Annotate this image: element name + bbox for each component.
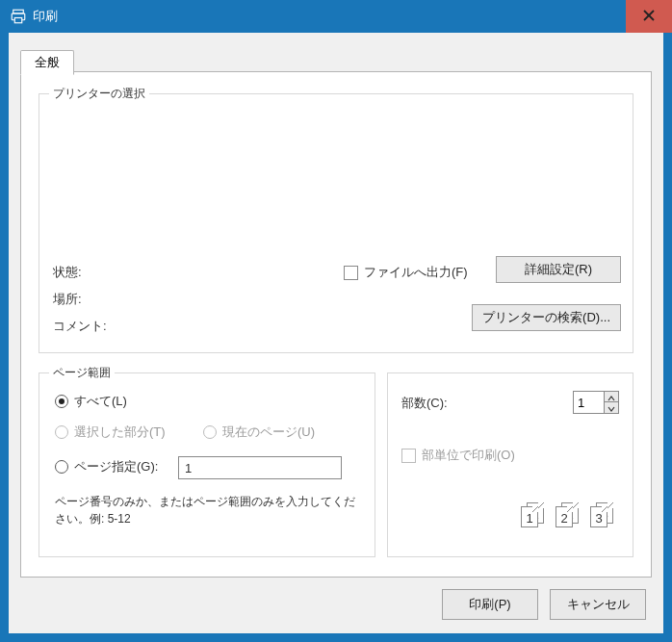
close-button[interactable] <box>626 0 672 33</box>
collate-page-icon: 2 <box>556 506 573 527</box>
collate-illustration: 1 1 2 2 3 3 <box>521 506 617 529</box>
group-page-range-legend: ページ範囲 <box>49 365 115 381</box>
tab-general-label: 全般 <box>35 55 60 69</box>
copies-label: 部数(C): <box>401 395 448 412</box>
details-button[interactable]: 詳細設定(R) <box>496 256 621 283</box>
print-button[interactable]: 印刷(P) <box>442 589 538 620</box>
copies-spinner <box>573 391 619 414</box>
print-to-file-checkbox[interactable] <box>344 266 358 280</box>
group-printer-selection: プリンターの選択 状態: 場所: コメント: ファイルへ出力(F) 詳細設定(R… <box>39 93 633 353</box>
radio-selection-row: 選択した部分(T) <box>55 424 166 441</box>
collate-label: 部単位で印刷(O) <box>422 447 515 464</box>
printer-icon <box>10 8 27 25</box>
radio-specify-row: ページ指定(G): <box>55 458 158 475</box>
collate-pair-3: 3 3 <box>590 506 617 529</box>
copies-spin-buttons <box>604 391 619 414</box>
comment-label: コメント: <box>53 318 107 335</box>
dialog-buttons: 印刷(P) キャンセル <box>442 589 646 620</box>
group-printer-legend: プリンターの選択 <box>49 86 149 102</box>
copies-row: 部数(C): <box>401 395 448 412</box>
details-row: 詳細設定(R) <box>496 256 621 283</box>
tab-panel: プリンターの選択 状態: 場所: コメント: ファイルへ出力(F) 詳細設定(R… <box>20 71 652 578</box>
page-range-hint: ページ番号のみか、またはページ範囲のみを入力してください。例: 5-12 <box>55 493 361 527</box>
collate-page-icon: 1 <box>521 506 538 527</box>
dialog-client: 全般 プリンターの選択 状態: 場所: コメント: ファイルへ出力(F) 詳細設… <box>9 33 663 633</box>
find-printer-button[interactable]: プリンターの検索(D)... <box>472 304 621 331</box>
radio-all[interactable] <box>55 395 68 408</box>
print-to-file-label: ファイルへ出力(F) <box>364 264 468 281</box>
close-icon <box>643 10 655 24</box>
comment-row: コメント: <box>53 318 107 335</box>
group-page-range: ページ範囲 すべて(L) 選択した部分(T) 現在のページ(U) ページ指定(G… <box>39 372 375 557</box>
group-copies: 部数(C): 部単位で印刷(O) 1 1 2 <box>387 372 633 557</box>
cancel-button-label: キャンセル <box>567 597 630 611</box>
print-button-label: 印刷(P) <box>469 597 510 611</box>
copies-spin-down[interactable] <box>604 402 619 414</box>
details-button-label: 詳細設定(R) <box>525 262 592 276</box>
radio-all-label: すべて(L) <box>74 393 127 410</box>
find-printer-row: プリンターの検索(D)... <box>472 304 621 331</box>
tab-header: 全般 <box>20 50 74 75</box>
window-title: 印刷 <box>33 8 58 25</box>
status-label: 状態: <box>53 264 82 281</box>
status-row: 状態: <box>53 264 82 281</box>
print-to-file-row: ファイルへ出力(F) <box>344 264 468 281</box>
radio-current-row: 現在のページ(U) <box>203 424 315 441</box>
collate-checkbox <box>401 449 416 463</box>
collate-pair-2: 2 2 <box>556 506 582 529</box>
radio-specify-label: ページ指定(G): <box>74 458 158 475</box>
titlebar: 印刷 <box>0 0 672 33</box>
collate-pair-1: 1 1 <box>521 506 548 529</box>
location-label: 場所: <box>53 291 82 308</box>
radio-selection <box>55 425 68 439</box>
collate-row: 部単位で印刷(O) <box>401 447 515 464</box>
copies-input[interactable] <box>573 391 604 414</box>
find-printer-button-label: プリンターの検索(D)... <box>482 310 610 324</box>
radio-all-row: すべて(L) <box>55 393 127 410</box>
location-row: 場所: <box>53 291 82 308</box>
cancel-button[interactable]: キャンセル <box>550 589 646 620</box>
tab-general[interactable]: 全般 <box>20 50 74 75</box>
chevron-down-icon <box>607 400 615 415</box>
radio-selection-label: 選択した部分(T) <box>74 424 166 441</box>
radio-current-label: 現在のページ(U) <box>222 424 315 441</box>
svg-rect-2 <box>14 18 22 23</box>
radio-current <box>203 425 217 439</box>
page-specify-input[interactable] <box>178 456 342 479</box>
radio-specify[interactable] <box>55 460 68 474</box>
collate-page-icon: 3 <box>590 506 607 527</box>
